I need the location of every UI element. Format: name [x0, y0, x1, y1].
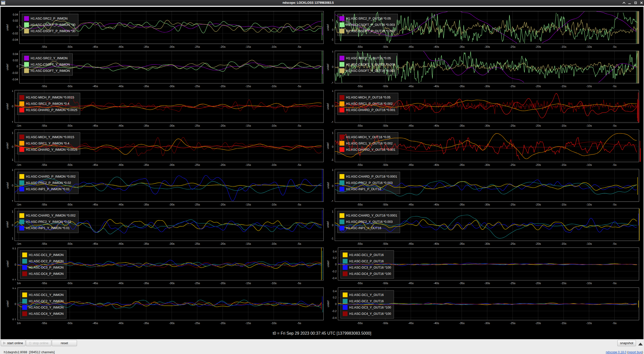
- svg-text:-35s: -35s: [143, 242, 149, 245]
- svg-text:-15s: -15s: [245, 45, 251, 48]
- svg-text:H1:ASC-DC2_Y_INMON: H1:ASC-DC2_Y_INMON: [29, 299, 64, 303]
- svg-text:0: 0: [332, 184, 333, 187]
- svg-text:0: 0: [12, 145, 13, 148]
- svg-text:t0 = Fri Sep 29 2023 00:37:45: t0 = Fri Sep 29 2023 00:37:45 UTC [13799…: [273, 331, 371, 335]
- svg-text:-5s: -5s: [613, 45, 617, 48]
- svg-text:undef: undef: [327, 142, 330, 149]
- svg-text:-55s: -55s: [357, 163, 363, 166]
- svg-text:H1:ASC-PRC2_Y_INMON *0.02: H1:ASC-PRC2_Y_INMON *0.02: [26, 220, 71, 224]
- svg-text:-5s: -5s: [613, 163, 617, 166]
- svg-text:-10s: -10s: [271, 282, 277, 285]
- svg-text:1: 1: [12, 210, 13, 213]
- svg-text:0: 0: [15, 302, 16, 306]
- svg-text:H1:ASC-DSOFT_P_INMON *30: H1:ASC-DSOFT_P_INMON *30: [31, 29, 75, 33]
- svg-text:H1:ASC-DC2_P_OUT16: H1:ASC-DC2_P_OUT16: [349, 260, 384, 263]
- svg-text:0.02: 0.02: [13, 59, 18, 62]
- svg-text:-1: -1: [331, 237, 334, 240]
- svg-text:-45s: -45s: [92, 163, 98, 166]
- svg-text:-55s: -55s: [357, 242, 363, 245]
- svg-text:undef: undef: [327, 24, 330, 31]
- svg-text:1: 1: [332, 89, 333, 92]
- svg-text:-45s: -45s: [92, 85, 98, 88]
- svg-text:0.1: 0.1: [12, 247, 16, 250]
- svg-text:-20s: -20s: [220, 45, 226, 48]
- svg-text:-50s: -50s: [67, 282, 73, 285]
- svg-text:-30s: -30s: [485, 163, 490, 166]
- svg-text:-30s: -30s: [169, 45, 175, 48]
- svg-text:-35s: -35s: [459, 282, 465, 285]
- svg-text:1: 1: [332, 168, 333, 171]
- svg-text:-20s: -20s: [535, 124, 541, 127]
- svg-text:0: 0: [17, 65, 18, 68]
- svg-text:-35s: -35s: [459, 322, 465, 325]
- svg-text:-0.2: -0.2: [332, 270, 337, 273]
- svg-text:-40s: -40s: [433, 203, 439, 206]
- svg-text:-30s: -30s: [169, 163, 175, 166]
- svg-text:undef: undef: [6, 300, 9, 307]
- svg-text:H1:ASC-SRC1_P_INMON *0.4: H1:ASC-SRC1_P_INMON *0.4: [26, 102, 69, 106]
- svg-text:-50s: -50s: [67, 163, 73, 166]
- svg-text:-15s: -15s: [245, 203, 251, 206]
- svg-text:-55s: -55s: [42, 203, 47, 206]
- svg-text:-40s: -40s: [433, 322, 439, 325]
- svg-text:H1:ASC-DC2_P_INMON: H1:ASC-DC2_P_INMON: [29, 260, 64, 263]
- svg-text:H1:ASC-INP1_P_INMON *0.01: H1:ASC-INP1_P_INMON *0.01: [26, 187, 70, 191]
- svg-text:-25s: -25s: [194, 163, 200, 166]
- svg-text:1: 1: [12, 121, 13, 124]
- svg-text:-5s: -5s: [297, 124, 301, 127]
- svg-text:-55s: -55s: [42, 242, 47, 245]
- svg-text:-25s: -25s: [194, 124, 200, 127]
- svg-text:-50s: -50s: [383, 124, 388, 127]
- svg-text:-40s: -40s: [433, 282, 439, 285]
- svg-text:-20s: -20s: [535, 203, 541, 206]
- svg-text:-50s: -50s: [67, 203, 73, 206]
- svg-text:-30s: -30s: [169, 242, 175, 245]
- svg-text:-15s: -15s: [561, 163, 567, 166]
- svg-text:-45s: -45s: [92, 242, 98, 245]
- svg-text:-40s: -40s: [118, 282, 124, 285]
- svg-text:H1:ASC-CSOFT_Y_INMON: H1:ASC-CSOFT_Y_INMON: [31, 63, 70, 66]
- svg-text:-1m: -1m: [16, 242, 21, 245]
- svg-text:-35s: -35s: [459, 242, 465, 245]
- svg-text:H1:ASC-SRC1_P_OUT16 *0.002: H1:ASC-SRC1_P_OUT16 *0.002: [346, 102, 393, 106]
- svg-text:-55s: -55s: [357, 85, 363, 88]
- svg-text:-40s: -40s: [118, 45, 124, 48]
- svg-text:-50s: -50s: [67, 124, 73, 127]
- svg-text:-35s: -35s: [143, 203, 149, 206]
- svg-text:-25s: -25s: [510, 282, 516, 285]
- svg-text:H1:ASC-DC3_Y_OUT16 *100: H1:ASC-DC3_Y_OUT16 *100: [349, 306, 391, 309]
- svg-text:-55s: -55s: [357, 45, 363, 48]
- svg-text:-30s: -30s: [169, 85, 175, 88]
- svg-text:1: 1: [12, 237, 13, 240]
- svg-text:H1:ASC-DHARD_P_INMON *0.0025: H1:ASC-DHARD_P_INMON *0.0025: [26, 108, 77, 112]
- svg-text:-30s: -30s: [485, 322, 490, 325]
- svg-text:-20s: -20s: [535, 163, 541, 166]
- svg-text:H1:ASC-MICH_Y_INMON *0.0015: H1:ASC-MICH_Y_INMON *0.0015: [26, 135, 74, 139]
- svg-text:-10s: -10s: [586, 124, 592, 127]
- svg-text:H1:ASC-SRC1_Y_OUT16 *0.002: H1:ASC-SRC1_Y_OUT16 *0.002: [346, 142, 393, 145]
- svg-text:-55s: -55s: [357, 282, 363, 285]
- svg-text:undef: undef: [6, 261, 9, 267]
- svg-text:H1:ASC-DC3_P_INMON: H1:ASC-DC3_P_INMON: [29, 266, 64, 269]
- svg-text:-25s: -25s: [510, 124, 516, 127]
- svg-text:H1:ASC-DC1_Y_INMON: H1:ASC-DC1_Y_INMON: [29, 293, 64, 297]
- svg-text:-0.02: -0.02: [12, 32, 18, 35]
- svg-text:-15s: -15s: [561, 282, 567, 285]
- svg-text:-35s: -35s: [459, 45, 465, 48]
- svg-text:-10s: -10s: [271, 85, 277, 88]
- svg-text:-50s: -50s: [383, 242, 388, 245]
- svg-text:0.04: 0.04: [13, 53, 18, 56]
- svg-text:-50s: -50s: [383, 45, 388, 48]
- svg-text:-50s: -50s: [67, 322, 73, 325]
- svg-text:H1:ASC-INP1_P_OUT16: H1:ASC-INP1_P_OUT16: [346, 187, 381, 191]
- svg-text:-5s: -5s: [613, 242, 617, 245]
- svg-text:-30s: -30s: [169, 203, 175, 206]
- svg-text:H1:ASC-DC1_P_INMON: H1:ASC-DC1_P_INMON: [29, 253, 64, 257]
- svg-text:-45s: -45s: [92, 203, 98, 206]
- svg-text:-10s: -10s: [271, 242, 277, 245]
- svg-text:undef: undef: [6, 64, 9, 70]
- svg-text:H1:ASC-CHARD_P_INMON *0.002: H1:ASC-CHARD_P_INMON *0.002: [26, 175, 75, 178]
- svg-text:-5s: -5s: [297, 282, 301, 285]
- svg-text:-20s: -20s: [535, 242, 541, 245]
- svg-text:-55s: -55s: [42, 85, 47, 88]
